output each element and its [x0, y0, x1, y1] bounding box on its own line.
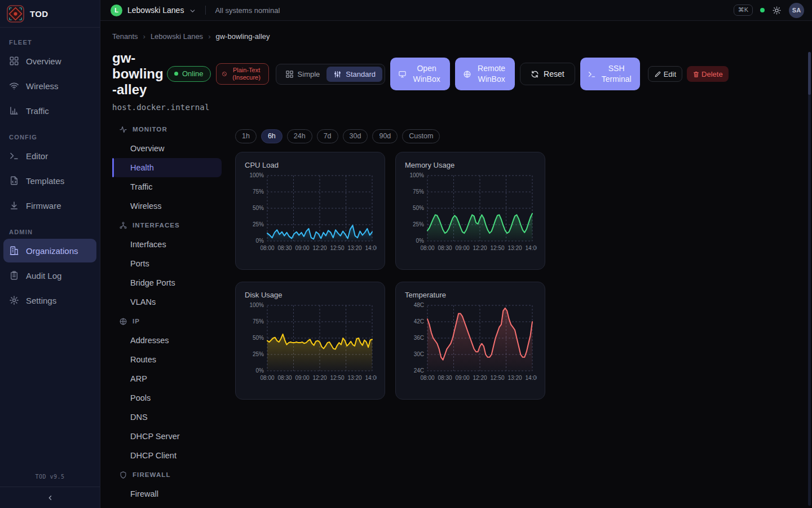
svg-text:08:30: 08:30 — [438, 245, 452, 251]
sidebar-item-traffic[interactable]: Traffic — [3, 99, 96, 122]
building-icon — [9, 246, 19, 256]
chart-plot-temperature: 48C42C36C30C24C08:0008:3009:0012:2012:50… — [405, 301, 537, 387]
svg-text:09:00: 09:00 — [455, 245, 469, 251]
sidebar-item-templates[interactable]: Templates — [3, 169, 96, 192]
breadcrumb-separator: › — [208, 32, 210, 41]
breadcrumb-item-lebowski-lanes[interactable]: Lebowski Lanes — [151, 32, 203, 41]
tenant-selector[interactable]: L Lebowski Lanes — [111, 5, 196, 16]
subnav-item-mangle[interactable]: Mangle — [112, 503, 222, 508]
view-mode-simple[interactable]: Simple — [279, 67, 327, 82]
subnav-item-dns[interactable]: DNS — [112, 408, 222, 427]
time-range-90d[interactable]: 90d — [372, 129, 398, 143]
subnav-item-routes[interactable]: Routes — [112, 350, 222, 369]
scrollbar-thumb[interactable] — [808, 52, 811, 95]
app-logo-row: TOD — [0, 0, 100, 28]
sidebar-item-label: Wireless — [26, 81, 59, 91]
subnav-section-interfaces: INTERFACES — [112, 216, 222, 235]
subnav-item-dhcp-server[interactable]: DHCP Server — [112, 427, 222, 446]
system-status-text: All systems nominal — [215, 6, 280, 15]
subnav-item-arp[interactable]: ARP — [112, 369, 222, 388]
view-mode-standard[interactable]: Standard — [326, 67, 382, 82]
online-label: Online — [182, 69, 204, 78]
monitor-icon — [398, 70, 407, 78]
command-palette-shortcut[interactable]: ⌘K — [734, 5, 753, 16]
device-host: host.docker.internal — [112, 103, 812, 112]
svg-text:75%: 75% — [253, 189, 264, 195]
svg-text:0%: 0% — [256, 238, 264, 244]
subnav-item-interfaces[interactable]: Interfaces — [112, 235, 222, 254]
time-range-selector: 1h6h24h7d30d90dCustom — [235, 129, 545, 143]
delete-button[interactable]: Delete — [687, 66, 729, 82]
trash-icon — [692, 71, 700, 78]
svg-text:08:00: 08:00 — [260, 375, 274, 381]
svg-text:13:20: 13:20 — [508, 245, 522, 251]
open-winbox-button[interactable]: Open WinBox — [390, 58, 450, 90]
content-row: MONITOROverviewHealthTrafficWirelessINTE… — [112, 120, 812, 508]
delete-label: Delete — [701, 70, 723, 78]
scrollbar-track — [808, 52, 811, 506]
svg-text:100%: 100% — [409, 172, 424, 178]
remote-winbox-button[interactable]: Remote WinBox — [455, 58, 515, 90]
activity-icon — [119, 125, 127, 134]
svg-text:09:00: 09:00 — [295, 245, 309, 251]
sidebar-item-wireless[interactable]: Wireless — [3, 74, 96, 98]
subnav-item-dhcp-client[interactable]: DHCP Client — [112, 446, 222, 465]
subnav-item-wireless[interactable]: Wireless — [112, 196, 222, 216]
svg-text:14:00: 14:00 — [525, 375, 537, 381]
ssh-terminal-button[interactable]: SSH Terminal — [580, 58, 640, 90]
clipboard-icon — [9, 270, 19, 281]
subnav-item-ports[interactable]: Ports — [112, 254, 222, 273]
chart-title: Memory Usage — [405, 161, 536, 169]
subnav-item-addresses[interactable]: Addresses — [112, 331, 222, 350]
status-badge-online: Online — [167, 66, 211, 82]
subnav-item-pools[interactable]: Pools — [112, 388, 222, 408]
time-range-1h[interactable]: 1h — [235, 129, 257, 143]
edit-label: Edit — [664, 70, 676, 78]
breadcrumb-item-tenants[interactable]: Tenants — [112, 32, 138, 41]
chart-title: Disk Usage — [245, 291, 376, 299]
chart-title: CPU Load — [245, 161, 376, 169]
user-avatar[interactable]: SA — [789, 3, 804, 18]
svg-text:12:20: 12:20 — [312, 245, 326, 251]
chevron-down-icon — [189, 7, 196, 14]
theme-toggle-sun-icon[interactable] — [772, 6, 782, 15]
charts-grid: CPU Load 100%75%50%25%0%08:0008:3009:001… — [235, 152, 545, 400]
sidebar-item-label: Templates — [26, 176, 64, 186]
sidebar-item-settings[interactable]: Settings — [3, 288, 96, 312]
app-logo-icon — [7, 5, 24, 23]
file-icon — [9, 176, 19, 186]
online-dot-icon — [174, 72, 178, 76]
svg-text:12:50: 12:50 — [330, 375, 344, 381]
grid-icon — [9, 56, 19, 66]
globe-icon — [119, 317, 127, 326]
time-range-30d[interactable]: 30d — [343, 129, 368, 143]
ssh-terminal-label: SSH Terminal — [601, 63, 632, 85]
app-name: TOD — [30, 9, 48, 19]
reset-button[interactable]: Reset — [520, 63, 575, 85]
sidebar-item-firmware[interactable]: Firmware — [3, 194, 96, 217]
sidebar-collapse-button[interactable] — [0, 487, 100, 508]
sidebar-item-label: Firmware — [26, 201, 61, 211]
svg-text:50%: 50% — [253, 205, 264, 211]
subnav-item-traffic[interactable]: Traffic — [112, 177, 222, 196]
subnav-item-vlans[interactable]: VLANs — [112, 292, 222, 312]
sidebar-item-organizations[interactable]: Organizations — [3, 239, 96, 262]
gear-icon — [9, 295, 19, 305]
subnav-item-firewall[interactable]: Firewall — [112, 484, 222, 503]
time-range-7d[interactable]: 7d — [317, 129, 338, 143]
sidebar-item-audit-log[interactable]: Audit Log — [3, 264, 96, 287]
subnav-item-overview[interactable]: Overview — [112, 139, 222, 158]
svg-text:75%: 75% — [413, 189, 424, 195]
open-winbox-label: Open WinBox — [411, 63, 443, 85]
time-range-24h[interactable]: 24h — [287, 129, 312, 143]
sidebar-item-overview[interactable]: Overview — [3, 49, 96, 73]
sidebar-item-editor[interactable]: Editor — [3, 144, 96, 168]
sidebar-item-label: Editor — [26, 151, 48, 161]
time-range-6h[interactable]: 6h — [261, 129, 283, 143]
subnav-item-bridge-ports[interactable]: Bridge Ports — [112, 273, 222, 292]
subnav-item-health[interactable]: Health — [112, 158, 222, 177]
chart-plot-cpu-load: 100%75%50%25%0%08:0008:3009:0012:2012:50… — [245, 171, 377, 257]
svg-text:50%: 50% — [253, 335, 264, 341]
edit-button[interactable]: Edit — [648, 66, 682, 82]
time-range-custom[interactable]: Custom — [402, 129, 440, 143]
